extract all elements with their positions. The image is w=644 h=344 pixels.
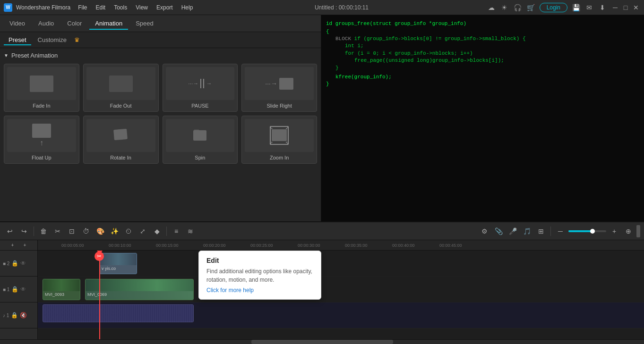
- fadeout-rect: [109, 76, 133, 92]
- speed-button[interactable]: ⏱: [80, 225, 92, 237]
- delete-button[interactable]: 🗑: [37, 225, 50, 237]
- sun-icon[interactable]: ☀: [500, 3, 509, 12]
- spin-rect: [193, 130, 206, 141]
- code-line-8: kfree(group_info);: [326, 74, 639, 81]
- clip-thumbnail-v1-2: [86, 279, 193, 291]
- track-header: + +: [0, 240, 37, 251]
- undo-button[interactable]: ↩: [4, 225, 16, 237]
- edit-panel-button[interactable]: ≡: [170, 225, 182, 237]
- menu-view[interactable]: View: [132, 3, 152, 12]
- float-arrow-icon: ↑: [40, 139, 43, 147]
- timer-button[interactable]: ⏲: [122, 225, 135, 237]
- add-video-track-button[interactable]: +: [7, 240, 19, 252]
- code-line-2: {: [326, 28, 639, 35]
- code-line-3: BLOCK if (group_info->blocks[0] != group…: [326, 35, 639, 42]
- clip-icon[interactable]: 📎: [492, 225, 505, 237]
- zoom-fill: [568, 230, 591, 232]
- toolbar-separator-1: [34, 227, 34, 236]
- anim-item-zoomin[interactable]: ⤡ ⤢ ⤢ ⤡ Zoom In: [241, 116, 317, 164]
- track-eye-v1[interactable]: 👁: [20, 286, 26, 293]
- tooltip-popup: Edit Find additional editing options lik…: [198, 251, 321, 300]
- pause-preview: ···→ →: [188, 79, 212, 88]
- anim-item-fadeout[interactable]: Fade Out: [83, 64, 159, 112]
- motion-button[interactable]: ⤢: [137, 225, 149, 237]
- zoom-slider[interactable]: [568, 230, 606, 232]
- anim-item-slideright[interactable]: ···→ Slide Right: [241, 64, 317, 112]
- clip-label-v2: v yis.co: [100, 265, 137, 272]
- effect-button[interactable]: ✨: [108, 225, 120, 237]
- clip-a1[interactable]: [43, 304, 194, 322]
- cut-button[interactable]: ✂: [52, 225, 64, 237]
- maximize-button[interactable]: □: [621, 3, 630, 12]
- anim-label-fadeout: Fade Out: [110, 103, 132, 109]
- anim-item-pause[interactable]: ···→ → PAUSE: [163, 64, 238, 112]
- track-lock-a1[interactable]: 🔒: [11, 312, 18, 319]
- track-lock-v2[interactable]: 🔒: [11, 260, 18, 267]
- anim-item-floatup[interactable]: ↑ Float Up: [4, 116, 79, 164]
- tab-animation[interactable]: Animation: [89, 17, 128, 30]
- tab-color[interactable]: Color: [61, 17, 87, 30]
- toolbar-separator-3: [550, 227, 551, 236]
- color-button[interactable]: 🎨: [94, 225, 106, 237]
- anim-label-spin: Spin: [195, 155, 205, 160]
- anim-preview-slideright: ···→: [245, 67, 314, 100]
- track-num-a1: ♪ 1: [3, 313, 9, 318]
- ruler-time-5: 00:00:25:00: [250, 243, 273, 248]
- save-icon[interactable]: 💾: [571, 3, 581, 12]
- horizontal-scrollbar[interactable]: [0, 339, 644, 344]
- zoom-thumb: [590, 229, 595, 234]
- subtab-customize[interactable]: Customize: [33, 34, 71, 45]
- login-button[interactable]: Login: [540, 3, 567, 12]
- tab-speed[interactable]: Speed: [130, 17, 159, 30]
- pause-line1: [200, 79, 201, 88]
- download-icon[interactable]: ⬇: [598, 3, 607, 12]
- menu-file[interactable]: File: [74, 3, 91, 12]
- music-icon[interactable]: 🎵: [521, 225, 533, 237]
- crop-button[interactable]: ⊡: [66, 225, 78, 237]
- zoom-preview: ⤡ ⤢ ⤢ ⤡: [267, 124, 291, 147]
- subtab-preset[interactable]: Preset: [4, 34, 31, 45]
- anim-item-spin[interactable]: ↻ Spin: [163, 116, 238, 164]
- menu-help[interactable]: Help: [178, 3, 197, 12]
- track-lock-v1[interactable]: 🔒: [11, 286, 18, 293]
- headset-icon[interactable]: 🎧: [513, 3, 523, 12]
- redo-button[interactable]: ↪: [18, 225, 30, 237]
- tab-audio[interactable]: Audio: [33, 17, 60, 30]
- menu-bar: File Edit Tools View Export Help: [74, 3, 197, 12]
- tooltip-link[interactable]: Click for more help: [206, 287, 254, 294]
- minimize-button[interactable]: ─: [611, 3, 619, 12]
- menu-edit[interactable]: Edit: [92, 3, 110, 12]
- cart-icon[interactable]: 🛒: [526, 3, 536, 12]
- mail-icon[interactable]: ✉: [584, 3, 594, 12]
- clip-v1-1[interactable]: MVI_0093: [43, 279, 80, 300]
- track-row-v2: ✂ v yis.co: [38, 251, 644, 277]
- code-line-1: id groups_free(struct group_info *group_…: [326, 20, 639, 28]
- clip-label-v1-1: MVI_0093: [43, 291, 80, 298]
- anim-item-rotatein[interactable]: ↻ Rotate In: [83, 116, 159, 164]
- mic-icon[interactable]: 🎤: [507, 225, 519, 237]
- anim-label-slideright: Slide Right: [267, 103, 292, 109]
- menu-tools[interactable]: Tools: [110, 3, 131, 12]
- zoom-in-icon[interactable]: +: [608, 225, 620, 237]
- anim-item-fadein[interactable]: Fade In: [4, 64, 79, 112]
- add-marker-button[interactable]: ⊕: [622, 225, 635, 237]
- add-audio-track-button[interactable]: +: [19, 240, 31, 252]
- animation-grid: Fade In Fade Out ···→: [4, 64, 317, 164]
- zoom-out-icon[interactable]: ─: [554, 225, 567, 237]
- close-button[interactable]: ✕: [632, 3, 640, 12]
- settings-icon[interactable]: ⚙: [478, 225, 490, 237]
- track-eye-v2[interactable]: 👁: [20, 260, 26, 267]
- clip-v1-2[interactable]: MVI_0069: [85, 279, 194, 300]
- clip-label-v1-2: MVI_0069: [86, 291, 193, 298]
- code-line-9: }: [326, 81, 639, 88]
- menu-export[interactable]: Export: [153, 3, 177, 12]
- cloud-icon[interactable]: ☁: [487, 3, 496, 12]
- clip-v2[interactable]: v yis.co: [99, 253, 137, 274]
- panel-toggle[interactable]: [636, 225, 640, 237]
- tab-video[interactable]: Video: [4, 17, 31, 30]
- waveform-button[interactable]: ≋: [184, 225, 197, 237]
- split-icon[interactable]: ⊞: [535, 225, 547, 237]
- scrollbar-thumb[interactable]: [251, 340, 393, 344]
- track-mute-a1[interactable]: 🔇: [20, 312, 27, 319]
- keyframe-button[interactable]: ◆: [151, 225, 163, 237]
